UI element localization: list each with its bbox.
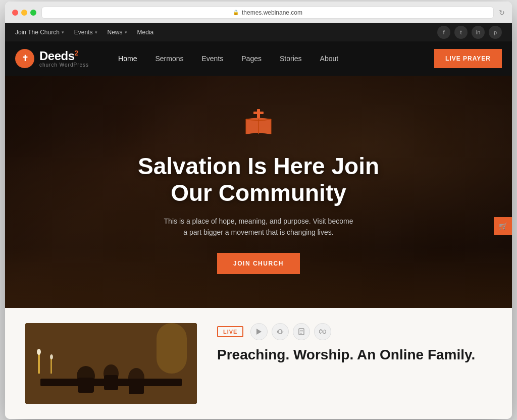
svg-rect-8 [78,378,94,393]
nav-sermons[interactable]: Sermons [146,41,192,76]
hero-subtitle: This is a place of hope, meaning, and pu… [163,216,354,238]
topbar-link-0[interactable]: Join The Church ▾ [15,29,64,36]
topbar-link-2[interactable]: News ▾ [108,29,127,36]
browser-chrome: 🔒 themes.webinane.com ↻ [5,2,512,23]
bottom-image [25,323,197,404]
hero-content: Salvation Is Here Join Our Community Thi… [107,109,410,275]
logo-text: Deeds2 church WordPress [39,49,89,68]
live-prayer-button[interactable]: LIVE PRAYER [434,49,502,68]
svg-rect-1 [253,112,264,114]
arrow-icon: ▾ [125,30,127,35]
bottom-title: Preaching. Worship. An Online Family. [217,346,492,363]
svg-point-16 [50,354,53,359]
nav-links: Home Sermons Events Pages Stories About [109,41,434,76]
svg-rect-12 [129,379,144,394]
bottom-section: LIVE [5,308,512,419]
logo-icon: ✝ [15,49,34,68]
refresh-button[interactable]: ↻ [499,9,505,17]
twitter-icon[interactable]: t [454,26,468,39]
live-row: LIVE [217,323,492,340]
dot-maximize[interactable] [30,10,36,16]
linkedin-icon[interactable]: in [472,26,485,39]
url-bar[interactable]: 🔒 themes.webinane.com [41,7,494,19]
browser-window: 🔒 themes.webinane.com ↻ Join The Church … [5,2,512,419]
bottom-content: LIVE [217,323,492,404]
social-icons: f t in p [437,26,502,39]
main-nav: ✝ Deeds2 church WordPress Home Sermons E… [5,41,512,76]
document-icon-button[interactable] [293,323,310,340]
link-icon-button[interactable] [314,323,331,340]
logo-name: Deeds2 [39,49,89,62]
logo[interactable]: ✝ Deeds2 church WordPress [15,49,89,68]
top-bar-links: Join The Church ▾ Events ▾ News ▾ Media [15,29,153,36]
pinterest-icon[interactable]: p [489,26,502,39]
svg-rect-13 [38,353,40,374]
hero-section: 🛒 Salvation Is Here Join Our Communit [5,76,512,308]
live-badge: LIVE [217,326,243,337]
svg-point-14 [37,349,41,355]
browser-dots [12,10,36,16]
arrow-icon: ▾ [62,30,64,35]
logo-subtitle: church WordPress [39,62,89,68]
video-icon-button[interactable] [250,323,268,340]
nav-pages[interactable]: Pages [232,41,271,76]
svg-marker-17 [256,329,262,335]
lock-icon: 🔒 [233,10,239,15]
nav-home[interactable]: Home [109,41,146,76]
topbar-link-3[interactable]: Media [137,29,154,36]
svg-rect-10 [104,375,118,390]
topbar-link-1[interactable]: Events ▾ [74,29,97,36]
bible-cross-icon [117,109,400,143]
svg-rect-5 [157,323,187,374]
join-church-button[interactable]: JOIN CHURCH [217,253,300,274]
nav-about[interactable]: About [311,41,348,76]
dot-close[interactable] [12,10,18,16]
hero-title: Salvation Is Here Join Our Community [117,153,400,206]
arrow-icon: ▾ [95,30,97,35]
facebook-icon[interactable]: f [437,26,450,39]
audio-icon-button[interactable] [272,323,289,340]
svg-rect-15 [50,358,52,374]
nav-stories[interactable]: Stories [271,41,311,76]
dot-minimize[interactable] [21,10,27,16]
nav-events[interactable]: Events [192,41,232,76]
cart-button[interactable]: 🛒 [494,217,512,235]
top-bar: Join The Church ▾ Events ▾ News ▾ Media … [5,23,512,41]
url-text: themes.webinane.com [242,9,302,16]
media-icons [250,323,331,340]
